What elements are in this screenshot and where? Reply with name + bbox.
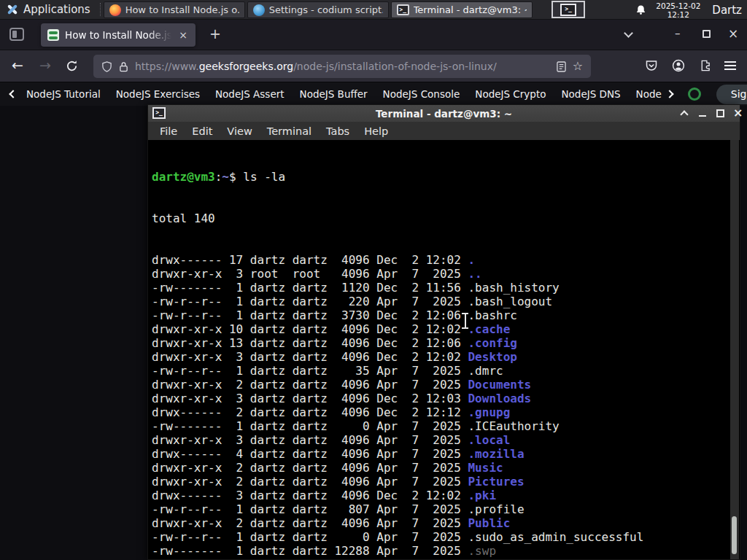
terminal-output-line: -rw------- 1 dartz dartz 12288 Apr 7 202… (152, 544, 730, 558)
terminal-output-line: drwxr-xr-x 3 dartz dartz 4096 Apr 7 2025… (152, 433, 730, 447)
terminal-menu-file[interactable]: File (152, 125, 185, 137)
taskbar-button-label: Settings - codium script... (269, 4, 383, 15)
reader-mode-icon[interactable] (557, 61, 566, 72)
terminal-icon: >_ (152, 107, 166, 119)
bookmark-star-icon[interactable]: ☆ (573, 61, 583, 72)
site-nav-back-link[interactable]: NodeJS Tutorial (26, 88, 101, 100)
notification-bell-icon[interactable] (635, 4, 646, 15)
applications-menu[interactable]: Applications (0, 0, 97, 19)
tab-bar: How to Install Node.js on × + – × (0, 20, 747, 50)
terminal-output-line: drwxr-xr-x 2 dartz dartz 4096 Apr 7 2025… (152, 516, 730, 530)
terminal-output-line: drwxr-xr-x 2 dartz dartz 4096 Apr 7 2025… (152, 558, 730, 559)
panel-clock[interactable]: 2025-12-02 12:12 (656, 1, 700, 19)
geeksforgeeks-favicon (47, 29, 59, 41)
taskbar-button-label: How to Install Node.js o... (125, 4, 239, 15)
site-nav-link[interactable]: NodeJS Exercises (116, 88, 200, 100)
back-button[interactable]: ← (12, 57, 23, 73)
terminal-titlebar[interactable]: >_ Terminal - dartz@vm3: ~ × (148, 105, 740, 122)
terminal-output-line: drwxr-xr-x 10 dartz dartz 4096 Dec 2 12:… (152, 322, 730, 336)
search-icon[interactable] (688, 88, 701, 101)
terminal-output-line: drwxr-xr-x 3 root root 4096 Apr 7 2025 .… (152, 267, 730, 281)
mouse-cursor (461, 312, 469, 330)
shield-icon[interactable] (101, 61, 112, 72)
window-task-list: How to Install Node.js o...Settings - co… (104, 0, 533, 19)
taskbar-button[interactable]: >_Terminal - dartz@vm3: ~ (391, 1, 533, 18)
clock-date: 2025-12-02 (656, 1, 700, 10)
terminal-output-line: drwx------ 4 dartz dartz 4096 Apr 7 2025… (152, 447, 730, 461)
site-nav-link[interactable]: NodeJS Console (383, 88, 460, 100)
terminal-output-line: -rw-r--r-- 1 dartz dartz 35 Apr 7 2025 .… (152, 364, 730, 378)
site-nav-links: NodeJS ExercisesNodeJS AssertNodeJS Buff… (116, 88, 662, 100)
url-text: https://www.geeksforgeeks.org/node-js/in… (135, 61, 497, 72)
site-nav-link[interactable]: NodeJS Buffer (300, 88, 368, 100)
applications-label: Applications (23, 3, 90, 16)
chevron-left-icon[interactable] (9, 90, 17, 98)
browser-minimize-button[interactable]: – (675, 27, 681, 40)
terminal-output-line: -rw-r--r-- 1 dartz dartz 807 Apr 7 2025 … (152, 502, 730, 516)
codium-icon (253, 4, 265, 16)
terminal-minimize-button[interactable] (699, 115, 706, 117)
firefox-icon (109, 4, 121, 16)
terminal-menubar: FileEditViewTerminalTabsHelp (148, 122, 740, 140)
tab-title: How to Install Node.js on (65, 29, 171, 41)
site-nav-link[interactable]: NodeJS Assert (215, 88, 285, 100)
terminal-output-line: drwx------ 3 dartz dartz 4096 Dec 2 12:0… (152, 489, 730, 502)
terminal-scrollbar[interactable] (730, 140, 739, 559)
pocket-icon[interactable] (645, 59, 658, 72)
panel-separator (100, 3, 101, 16)
terminal-total-line: total 140 (152, 211, 730, 225)
browser-close-button[interactable]: × (728, 26, 738, 41)
terminal-output[interactable]: dartz@vm3:~$ ls -la total 140 drwx------… (149, 140, 730, 559)
extensions-icon[interactable] (699, 59, 711, 71)
firefox-window: How to Install Node.js on × + – × ← → (0, 20, 747, 106)
terminal-output-line: drwxr-xr-x 2 dartz dartz 4096 Apr 7 2025… (152, 461, 730, 475)
url-bar[interactable]: https://www.geeksforgeeks.org/node-js/in… (93, 55, 591, 78)
scrollbar-thumb[interactable] (732, 516, 737, 554)
terminal-output-line: -rw-r--r-- 1 dartz dartz 3730 Dec 2 12:0… (152, 308, 730, 322)
site-nav-bar: NodeJS Tutorial NodeJS ExercisesNodeJS A… (0, 82, 747, 106)
terminal-output-line: -rw-r--r-- 1 dartz dartz 0 Apr 7 2025 .s… (152, 530, 730, 544)
reload-button[interactable] (66, 60, 78, 72)
terminal-maximize-button[interactable] (716, 109, 724, 117)
workspace-switcher[interactable]: >_ (551, 1, 585, 18)
browser-maximize-button[interactable] (703, 30, 711, 38)
forward-button[interactable]: → (39, 57, 51, 73)
site-nav-link[interactable]: NodeJS DNS (561, 88, 620, 100)
new-tab-button[interactable]: + (209, 26, 221, 42)
tab-close-icon[interactable]: × (177, 29, 189, 41)
site-nav-link[interactable]: NodeJS Crypto (475, 88, 546, 100)
terminal-icon: >_ (560, 4, 576, 16)
terminal-output-line: drwxr-xr-x 2 dartz dartz 4096 Apr 7 2025… (152, 475, 730, 489)
terminal-menu-tabs[interactable]: Tabs (319, 125, 357, 137)
top-panel: Applications How to Install Node.js o...… (0, 0, 747, 20)
terminal-menu-edit[interactable]: Edit (185, 125, 220, 137)
terminal-output-line: -rw------- 1 dartz dartz 1120 Dec 2 11:5… (152, 281, 730, 295)
account-icon[interactable] (672, 59, 685, 72)
distro-logo-icon (7, 4, 18, 15)
system-tray: 2025-12-02 12:12 Dartz (635, 0, 747, 20)
list-tabs-icon[interactable] (624, 28, 633, 38)
menu-hamburger-icon[interactable] (724, 61, 736, 70)
browser-tab[interactable]: How to Install Node.js on × (41, 23, 196, 47)
terminal-output-line: drwxr-xr-x 3 dartz dartz 4096 Dec 2 12:0… (152, 392, 730, 405)
terminal-output-line: drwxr-xr-x 3 dartz dartz 4096 Dec 2 12:0… (152, 350, 730, 364)
terminal-output-line: drwxr-xr-x 2 dartz dartz 4096 Apr 7 2025… (152, 378, 730, 392)
taskbar-button-label: Terminal - dartz@vm3: ~ (414, 4, 527, 15)
terminal-output-line: drwxr-xr-x 13 dartz dartz 4096 Dec 2 12:… (152, 336, 730, 350)
terminal-menu-view[interactable]: View (220, 125, 259, 137)
terminal-close-button[interactable]: × (733, 106, 743, 120)
chevron-right-icon[interactable] (665, 90, 673, 98)
site-nav-link[interactable]: Node (636, 88, 662, 100)
terminal-icon: >_ (397, 4, 409, 15)
lock-icon[interactable] (119, 61, 128, 72)
terminal-output-line: drwx------ 2 dartz dartz 4096 Dec 2 12:1… (152, 405, 730, 419)
terminal-window: >_ Terminal - dartz@vm3: ~ × FileEditVie… (147, 104, 740, 560)
taskbar-button[interactable]: Settings - codium script... (247, 1, 389, 18)
terminal-menu-help[interactable]: Help (357, 125, 395, 137)
firefox-view-icon[interactable] (9, 28, 24, 41)
sign-in-button[interactable]: Sign In (716, 85, 747, 104)
terminal-menu-terminal[interactable]: Terminal (260, 125, 319, 137)
clock-time: 12:12 (656, 10, 700, 19)
taskbar-button[interactable]: How to Install Node.js o... (104, 1, 245, 18)
panel-user-label[interactable]: Dartz (710, 4, 742, 17)
